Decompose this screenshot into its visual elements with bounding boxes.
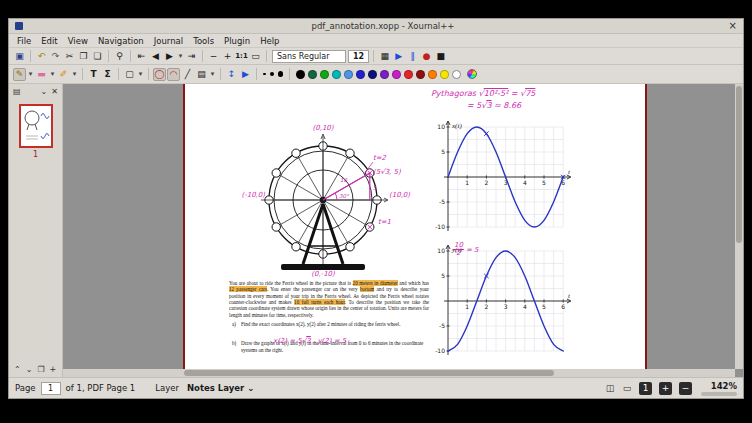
color-chooser-icon[interactable] <box>467 69 477 79</box>
menu-item-file[interactable]: File <box>12 36 36 46</box>
fit-page-icon[interactable]: ▭ <box>621 383 633 393</box>
image-tool-icon[interactable]: ▤ <box>195 68 208 81</box>
pen-tool-icon[interactable]: ✎ <box>13 68 26 81</box>
color-swatch-ffffff[interactable] <box>452 70 461 79</box>
highlighter-tool-icon[interactable]: ✐ <box>57 68 70 81</box>
undo-icon[interactable]: ↶ <box>35 50 48 63</box>
draw-circle-icon[interactable]: ◯ <box>153 68 166 81</box>
color-swatch-ff7f00[interactable] <box>428 70 437 79</box>
highlighter-options-dropdown-icon[interactable]: ▾ <box>71 68 78 81</box>
zoom-in-icon[interactable]: + <box>221 50 234 63</box>
draw-arc-icon[interactable]: ◠ <box>167 68 180 81</box>
wheel-label-height: 5 <box>373 185 377 191</box>
first-page-icon[interactable]: ⇤ <box>135 50 148 63</box>
next-page-icon[interactable]: ▶ <box>163 50 176 63</box>
eraser-tool-icon[interactable]: ▬ <box>35 68 48 81</box>
redo-icon[interactable]: ↷ <box>49 50 62 63</box>
audio-play-icon[interactable]: ▶ <box>392 50 405 63</box>
color-swatch-101078[interactable] <box>368 70 377 79</box>
horizontal-scrollbar-thumb[interactable] <box>184 370 554 376</box>
text-segment: x(2) = 5 <box>273 337 302 345</box>
zoom-original-button[interactable]: 1 <box>639 382 652 395</box>
audio-stop-icon[interactable]: ■ <box>434 50 447 63</box>
zoom-100-icon[interactable]: 1:1 <box>235 50 248 63</box>
svg-text:4: 4 <box>523 179 527 186</box>
ruler-icon[interactable]: ╱ <box>181 68 194 81</box>
paste-icon[interactable]: ❏ <box>91 50 104 63</box>
sidebar-collapse-icon[interactable]: ⌄ <box>41 87 48 96</box>
two-page-view-icon[interactable]: ◫ <box>604 383 616 393</box>
wheel-label-radius: 10 <box>340 177 347 183</box>
zoom-out-button[interactable]: − <box>679 382 692 395</box>
new-page-icon[interactable]: + <box>50 365 57 374</box>
vertical-scrollbar[interactable] <box>735 84 743 369</box>
separator <box>82 68 83 80</box>
menu-item-plugin[interactable]: Plugin <box>219 36 255 46</box>
search-icon[interactable]: ⚲ <box>113 50 126 63</box>
font-size-field[interactable]: 12 <box>348 50 369 63</box>
thumb-down-icon[interactable]: ⌄ <box>26 365 33 374</box>
menu-item-journal[interactable]: Journal <box>149 36 188 46</box>
page-label: Page <box>15 383 36 393</box>
separator <box>373 50 374 62</box>
eraser-options-dropdown-icon[interactable]: ▾ <box>49 68 56 81</box>
pdf-page[interactable]: Pythagoras √10²-5² = √75 = 5√3 ≈ 8.66 12… <box>183 84 647 369</box>
main-area: ▤ ⌄ ✕ 1 <box>9 84 743 377</box>
menu-item-edit[interactable]: Edit <box>36 36 62 46</box>
color-swatch-12a514[interactable] <box>320 70 329 79</box>
font-selector[interactable]: Sans Regular <box>272 50 346 63</box>
pen-options-dropdown-icon[interactable]: ▾ <box>27 68 34 81</box>
line-width-1-icon[interactable] <box>270 72 274 76</box>
vertical-scrollbar-thumb[interactable] <box>736 86 742 243</box>
sidebar-bottom-toolbar: ⌃ ⌄ ❐ + <box>9 362 62 377</box>
zoom-in-button[interactable]: + <box>659 382 672 395</box>
text-tool-icon[interactable]: T <box>87 68 100 81</box>
duplicate-page-icon[interactable]: ❐ <box>37 365 44 374</box>
audio-record-icon[interactable]: ● <box>420 50 433 63</box>
page-thumbnail[interactable] <box>19 104 53 148</box>
line-width-2-icon[interactable] <box>278 71 284 77</box>
line-width-0-icon[interactable] <box>263 73 266 76</box>
preview-pane-icon[interactable]: ▤ <box>13 87 21 96</box>
sidebar-close-icon[interactable]: ✕ <box>51 87 58 96</box>
menu-item-navigation[interactable]: Navigation <box>93 36 149 46</box>
horizontal-scrollbar[interactable] <box>63 369 735 377</box>
zoom-fit-icon[interactable]: ▭ <box>249 50 262 63</box>
menu-item-view[interactable]: View <box>63 36 93 46</box>
vertical-space-icon[interactable]: ↕ <box>225 68 238 81</box>
color-swatch-7a1fc4[interactable] <box>380 70 389 79</box>
color-swatch-000000[interactable] <box>296 70 305 79</box>
color-swatch-f5e600[interactable] <box>440 70 449 79</box>
titlebar[interactable]: pdf_annotation.xopp - Xournal++ × <box>9 19 743 34</box>
color-swatch-4f94e8[interactable] <box>344 70 353 79</box>
zoom-slider[interactable] <box>701 392 737 396</box>
zoom-out-icon[interactable]: − <box>207 50 220 63</box>
menu-item-help[interactable]: Help <box>255 36 284 46</box>
grid-snap-icon[interactable]: ▦ <box>378 50 391 63</box>
color-swatch-c81fc8[interactable] <box>392 70 401 79</box>
select-options-dropdown-icon[interactable]: ▾ <box>137 68 144 81</box>
latex-tool-icon[interactable]: Σ <box>101 68 114 81</box>
previous-page-icon[interactable]: ◀ <box>149 50 162 63</box>
color-swatch-e3242b[interactable] <box>404 70 413 79</box>
audio-pause-icon[interactable]: ‖ <box>406 50 419 63</box>
color-swatch-14663c[interactable] <box>308 70 317 79</box>
color-swatch-8f1010[interactable] <box>416 70 425 79</box>
shape-dropdown-icon[interactable]: ▾ <box>209 68 216 81</box>
save-icon[interactable]: ▣ <box>13 50 26 63</box>
canvas[interactable]: Pythagoras √10²-5² = √75 = 5√3 ≈ 8.66 12… <box>63 84 743 377</box>
wheel-label-angle: 30° <box>339 193 350 199</box>
color-swatch-00b8b8[interactable] <box>332 70 341 79</box>
menu-item-tools[interactable]: Tools <box>188 36 219 46</box>
layer-selector[interactable]: Notes Layer ⌄ <box>184 382 257 395</box>
copy-icon[interactable]: ❐ <box>77 50 90 63</box>
page-number-input[interactable]: 1 <box>41 382 61 395</box>
page-nav-dropdown-icon[interactable]: ▾ <box>177 50 184 63</box>
close-button[interactable]: × <box>729 20 737 31</box>
thumb-up-icon[interactable]: ⌃ <box>14 365 21 374</box>
cut-icon[interactable]: ✂ <box>63 50 76 63</box>
select-tool-icon[interactable]: ▢ <box>123 68 136 81</box>
play-object-icon[interactable]: ▶ <box>239 68 252 81</box>
last-page-icon[interactable]: ⇥ <box>185 50 198 63</box>
color-swatch-2222cc[interactable] <box>356 70 365 79</box>
